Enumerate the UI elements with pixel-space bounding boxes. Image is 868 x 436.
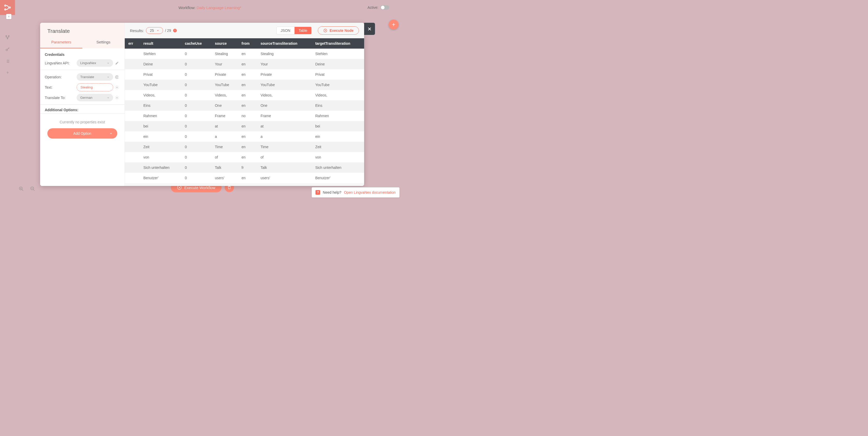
close-modal-button[interactable] bbox=[364, 23, 375, 35]
gear-icon[interactable] bbox=[115, 96, 120, 100]
cell-result: Rahmen bbox=[140, 111, 181, 121]
table-row[interactable]: YouTube0YouTubeenYouTubeYouTube bbox=[125, 80, 364, 90]
svg-point-2 bbox=[9, 7, 10, 8]
tab-parameters[interactable]: Parameters bbox=[40, 36, 82, 48]
cell-err bbox=[125, 111, 140, 121]
edit-cred-icon[interactable] bbox=[115, 61, 120, 65]
zoom-out-icon[interactable] bbox=[30, 186, 35, 191]
cell-cacheUse: 0 bbox=[181, 173, 211, 183]
tab-settings[interactable]: Settings bbox=[82, 36, 124, 48]
translate-to-value: German bbox=[80, 96, 92, 100]
tabs: Parameters Settings bbox=[40, 36, 124, 48]
view-table-button[interactable]: Table bbox=[294, 27, 311, 34]
table-row[interactable]: bei0atenatbei bbox=[125, 121, 364, 131]
operation-select[interactable]: Translate bbox=[76, 73, 113, 81]
logo-icon[interactable] bbox=[0, 0, 15, 15]
zoom-in-icon[interactable] bbox=[19, 186, 24, 191]
expand-sidebar-button[interactable] bbox=[6, 14, 11, 19]
cell-source: a bbox=[211, 131, 238, 142]
cell-cacheUse: 0 bbox=[181, 90, 211, 100]
question-icon: ? bbox=[315, 190, 320, 195]
cell-err bbox=[125, 131, 140, 142]
table-row[interactable]: Videos,0Videos,enVideos,Videos, bbox=[125, 90, 364, 100]
table-row[interactable]: ein0aenaein bbox=[125, 131, 364, 142]
cell-err bbox=[125, 80, 140, 90]
table-row[interactable]: Zeit0TimeenTimeZeit bbox=[125, 142, 364, 152]
col-from: from bbox=[238, 38, 257, 48]
text-label: Text: bbox=[45, 85, 74, 90]
help-text: Need help? bbox=[323, 190, 341, 195]
modal-title: Translate bbox=[48, 28, 117, 34]
cell-from: en bbox=[238, 48, 257, 59]
help-icon[interactable] bbox=[5, 71, 10, 75]
cell-result: Stehlen bbox=[140, 48, 181, 59]
results-page-size: 25 bbox=[150, 28, 154, 33]
cell-targetTransliteration: von bbox=[312, 152, 364, 162]
active-toggle[interactable] bbox=[380, 5, 389, 10]
svg-point-10 bbox=[117, 76, 118, 77]
modal-header: Translate bbox=[40, 23, 124, 36]
execute-node-button[interactable]: Execute Node bbox=[318, 26, 359, 35]
cell-source: Your bbox=[211, 59, 238, 69]
text-expression-input[interactable]: Stealing bbox=[76, 83, 113, 91]
results-count-select[interactable]: 25 bbox=[146, 27, 163, 34]
cell-source: Frame bbox=[211, 111, 238, 121]
error-indicator-icon[interactable]: ! bbox=[173, 29, 177, 32]
cell-from: en bbox=[238, 152, 257, 162]
col-result: result bbox=[140, 38, 181, 48]
table-row[interactable]: Rahmen0FramenoFrameRahmen bbox=[125, 111, 364, 121]
table-row[interactable]: Benutzer'0users'enusers'Benutzer' bbox=[125, 173, 364, 183]
table-row[interactable]: Privat0PrivateenPrivatePrivat bbox=[125, 69, 364, 80]
cell-err bbox=[125, 173, 140, 183]
gear-icon[interactable] bbox=[115, 75, 120, 79]
svg-point-4 bbox=[8, 35, 9, 36]
cell-targetTransliteration: Videos, bbox=[312, 90, 364, 100]
cell-targetTransliteration: bei bbox=[312, 121, 364, 131]
add-node-button[interactable] bbox=[389, 20, 399, 30]
execute-node-label: Execute Node bbox=[330, 28, 353, 33]
cell-source: at bbox=[211, 121, 238, 131]
cell-cacheUse: 0 bbox=[181, 59, 211, 69]
gear-icon[interactable] bbox=[115, 86, 120, 89]
cell-sourceTransliteration: Private bbox=[257, 69, 312, 80]
workflow-icon[interactable] bbox=[5, 35, 10, 40]
svg-point-12 bbox=[117, 97, 118, 98]
table-row[interactable]: Sich unterhalten0TalkfrTalkSich unterhal… bbox=[125, 162, 364, 173]
cell-source: Time bbox=[211, 142, 238, 152]
help-link[interactable]: Open LingvaNex documentation bbox=[344, 190, 396, 195]
results-table-wrap[interactable]: errresultcacheUsesourcefromsourceTransli… bbox=[125, 38, 364, 186]
cell-targetTransliteration: Sich unterhalten bbox=[312, 162, 364, 173]
table-row[interactable]: von0ofenofvon bbox=[125, 152, 364, 162]
cell-cacheUse: 0 bbox=[181, 121, 211, 131]
help-box: ? Need help? Open LingvaNex documentatio… bbox=[312, 187, 400, 198]
key-icon[interactable] bbox=[5, 47, 10, 52]
cred-api-select[interactable]: LingvaNex bbox=[76, 59, 113, 67]
cell-result: Sich unterhalten bbox=[140, 162, 181, 173]
list-icon[interactable] bbox=[5, 59, 10, 64]
cell-err bbox=[125, 69, 140, 80]
view-toggle: JSON Table bbox=[276, 27, 312, 34]
view-json-button[interactable]: JSON bbox=[277, 27, 294, 34]
cell-cacheUse: 0 bbox=[181, 80, 211, 90]
cell-source: Private bbox=[211, 69, 238, 80]
top-bar: Workflow: Daily Language Learning* Activ… bbox=[15, 0, 405, 15]
translate-to-row: Translate To: German bbox=[45, 94, 120, 101]
cell-from: en bbox=[238, 69, 257, 80]
workflow-label: Workflow: bbox=[179, 5, 197, 10]
chevron-down-icon bbox=[157, 29, 159, 32]
table-row[interactable]: Deine0YourenYourDeine bbox=[125, 59, 364, 69]
cell-result: YouTube bbox=[140, 80, 181, 90]
col-sourceTransliteration: sourceTransliteration bbox=[257, 38, 312, 48]
cell-source: Talk bbox=[211, 162, 238, 173]
table-row[interactable]: Eins0OneenOneEins bbox=[125, 100, 364, 111]
cell-source: One bbox=[211, 100, 238, 111]
cell-targetTransliteration: Rahmen bbox=[312, 111, 364, 121]
cred-api-label: LingvaNex API: bbox=[45, 61, 74, 65]
workflow-name[interactable]: Daily Language Learning* bbox=[197, 5, 242, 10]
table-row[interactable]: Stehlen0StealingenStealingStehlen bbox=[125, 48, 364, 59]
translate-to-select[interactable]: German bbox=[76, 94, 113, 101]
operation-row: Operation: Translate bbox=[45, 73, 120, 81]
workflow-title: Workflow: Daily Language Learning* bbox=[15, 5, 405, 10]
cell-result: Privat bbox=[140, 69, 181, 80]
add-option-button[interactable]: Add Option bbox=[48, 128, 117, 139]
